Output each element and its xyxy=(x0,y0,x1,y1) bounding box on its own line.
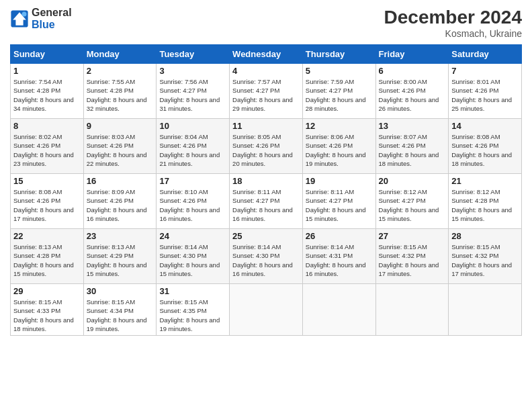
table-row: 15 Sunrise: 8:08 AMSunset: 4:26 PMDaylig… xyxy=(11,174,84,229)
table-row: 20 Sunrise: 8:12 AMSunset: 4:27 PMDaylig… xyxy=(375,174,449,229)
col-monday: Monday xyxy=(83,45,157,64)
table-row: 26 Sunrise: 8:14 AMSunset: 4:31 PMDaylig… xyxy=(302,229,375,284)
table-row: 2 Sunrise: 7:55 AMSunset: 4:28 PMDayligh… xyxy=(83,64,157,119)
table-row: 12 Sunrise: 8:06 AMSunset: 4:26 PMDaylig… xyxy=(302,119,375,174)
svg-point-2 xyxy=(22,11,27,16)
calendar-table: Sunday Monday Tuesday Wednesday Thursday… xyxy=(10,44,522,336)
table-row: 18 Sunrise: 8:11 AMSunset: 4:27 PMDaylig… xyxy=(230,174,303,229)
table-row: 23 Sunrise: 8:13 AMSunset: 4:29 PMDaylig… xyxy=(83,229,157,284)
table-row: 17 Sunrise: 8:10 AMSunset: 4:26 PMDaylig… xyxy=(157,174,230,229)
table-row: 25 Sunrise: 8:14 AMSunset: 4:30 PMDaylig… xyxy=(230,229,303,284)
col-friday: Friday xyxy=(375,45,449,64)
table-row-empty xyxy=(302,284,375,336)
col-tuesday: Tuesday xyxy=(157,45,230,64)
table-row: 11 Sunrise: 8:05 AMSunset: 4:26 PMDaylig… xyxy=(230,119,303,174)
table-row: 13 Sunrise: 8:07 AMSunset: 4:26 PMDaylig… xyxy=(375,119,449,174)
col-sunday: Sunday xyxy=(11,45,84,64)
table-row: 14 Sunrise: 8:08 AMSunset: 4:26 PMDaylig… xyxy=(449,119,522,174)
table-row: 6 Sunrise: 8:00 AMSunset: 4:26 PMDayligh… xyxy=(375,64,449,119)
table-row-empty xyxy=(449,284,522,336)
table-row: 7 Sunrise: 8:01 AMSunset: 4:26 PMDayligh… xyxy=(449,64,522,119)
page-subtitle: Kosmach, Ukraine xyxy=(384,28,522,39)
page-title: December 2024 xyxy=(384,7,522,28)
table-row: 16 Sunrise: 8:09 AMSunset: 4:26 PMDaylig… xyxy=(83,174,157,229)
table-row: 27 Sunrise: 8:15 AMSunset: 4:32 PMDaylig… xyxy=(375,229,449,284)
week-row-1: 1 Sunrise: 7:54 AMSunset: 4:28 PMDayligh… xyxy=(11,64,522,119)
table-row: 19 Sunrise: 8:11 AMSunset: 4:27 PMDaylig… xyxy=(302,174,375,229)
table-row: 22 Sunrise: 8:13 AMSunset: 4:28 PMDaylig… xyxy=(11,229,84,284)
logo-icon xyxy=(10,9,29,28)
table-row: 21 Sunrise: 8:12 AMSunset: 4:28 PMDaylig… xyxy=(449,174,522,229)
table-row: 3 Sunrise: 7:56 AMSunset: 4:27 PMDayligh… xyxy=(157,64,230,119)
table-row: 31 Sunrise: 8:15 AMSunset: 4:35 PMDaylig… xyxy=(157,284,230,336)
week-row-5: 29 Sunrise: 8:15 AMSunset: 4:33 PMDaylig… xyxy=(11,284,522,336)
table-row: 29 Sunrise: 8:15 AMSunset: 4:33 PMDaylig… xyxy=(11,284,84,336)
table-row: 8 Sunrise: 8:02 AMSunset: 4:26 PMDayligh… xyxy=(11,119,84,174)
main-container: General Blue December 2024 Kosmach, Ukra… xyxy=(0,0,532,339)
logo: General Blue xyxy=(10,7,72,30)
header: General Blue December 2024 Kosmach, Ukra… xyxy=(10,7,522,39)
table-row-empty xyxy=(230,284,303,336)
week-row-2: 8 Sunrise: 8:02 AMSunset: 4:26 PMDayligh… xyxy=(11,119,522,174)
table-row: 10 Sunrise: 8:04 AMSunset: 4:26 PMDaylig… xyxy=(157,119,230,174)
table-row: 24 Sunrise: 8:14 AMSunset: 4:30 PMDaylig… xyxy=(157,229,230,284)
table-row: 9 Sunrise: 8:03 AMSunset: 4:26 PMDayligh… xyxy=(83,119,157,174)
calendar-header-row: Sunday Monday Tuesday Wednesday Thursday… xyxy=(11,45,522,64)
table-row-empty xyxy=(375,284,449,336)
week-row-3: 15 Sunrise: 8:08 AMSunset: 4:26 PMDaylig… xyxy=(11,174,522,229)
table-row: 1 Sunrise: 7:54 AMSunset: 4:28 PMDayligh… xyxy=(11,64,84,119)
table-row: 4 Sunrise: 7:57 AMSunset: 4:27 PMDayligh… xyxy=(230,64,303,119)
col-wednesday: Wednesday xyxy=(230,45,303,64)
title-block: December 2024 Kosmach, Ukraine xyxy=(384,7,522,39)
table-row: 28 Sunrise: 8:15 AMSunset: 4:32 PMDaylig… xyxy=(449,229,522,284)
week-row-4: 22 Sunrise: 8:13 AMSunset: 4:28 PMDaylig… xyxy=(11,229,522,284)
col-thursday: Thursday xyxy=(302,45,375,64)
logo-text: General Blue xyxy=(32,7,72,30)
table-row: 5 Sunrise: 7:59 AMSunset: 4:27 PMDayligh… xyxy=(302,64,375,119)
table-row: 30 Sunrise: 8:15 AMSunset: 4:34 PMDaylig… xyxy=(83,284,157,336)
col-saturday: Saturday xyxy=(449,45,522,64)
